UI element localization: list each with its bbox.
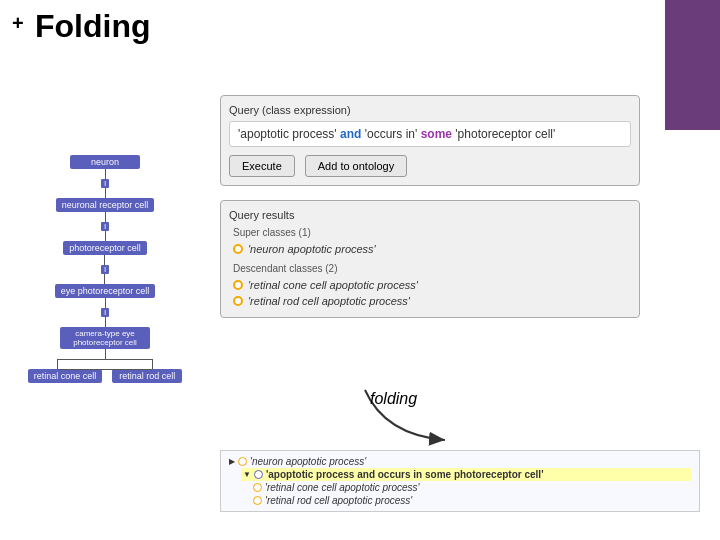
- query-text-some: some: [421, 127, 452, 141]
- super-class-item: 'neuron apoptotic process': [229, 241, 631, 257]
- tree-node-eye-photoreceptor: eye photoreceptor cell I: [55, 284, 156, 327]
- tree-box-photoreceptor: photoreceptor cell: [63, 241, 147, 255]
- query-panel-label: Query (class expression): [229, 104, 631, 116]
- tree-box-neuronal-receptor: neuronal receptor cell: [56, 198, 155, 212]
- add-to-ontology-button[interactable]: Add to ontology: [305, 155, 407, 177]
- descendant-classes-label: Descendant classes (2): [229, 263, 631, 274]
- bottom-row-2: ▼ 'apoptotic process and occurs in some …: [241, 468, 691, 481]
- tree-box-retinal-cone: retinal cone cell: [28, 369, 103, 383]
- tree-node-neuronal-receptor: neuronal receptor cell I: [56, 198, 155, 241]
- tree-node-retinal-cone: retinal cone cell: [28, 369, 103, 383]
- bottom-text-1: 'neuron apoptotic process': [250, 456, 366, 467]
- tree-badge-2: I: [101, 222, 109, 231]
- results-panel: Query results Super classes (1) 'neuron …: [220, 200, 640, 318]
- page-title: Folding: [35, 8, 151, 45]
- triangle-right-1: ▶: [229, 457, 235, 466]
- query-buttons: Execute Add to ontology: [229, 155, 631, 177]
- plus-icon: +: [12, 12, 24, 35]
- descendant-item-2: 'retinal rod cell apoptotic process': [229, 293, 631, 309]
- tree-badge-4: I: [101, 308, 109, 317]
- tree-node-camera-type: camera-type eyephotoreceptor cell: [60, 327, 150, 349]
- ontology-tree: neuron I neuronal receptor cell I photor…: [25, 155, 185, 383]
- circle-blue-2: [254, 470, 263, 479]
- circle-yellow-1: [238, 457, 247, 466]
- bottom-row-3: 'retinal cone cell apoptotic process': [253, 481, 691, 494]
- query-expression-box: 'apoptotic process' and 'occurs in' some…: [229, 121, 631, 147]
- bottom-text-3: 'retinal cone cell apoptotic process': [265, 482, 419, 493]
- tree-box-eye-photoreceptor: eye photoreceptor cell: [55, 284, 156, 298]
- tree-connector-row: [25, 349, 185, 369]
- tree-box-retinal-rod: retinal rod cell: [112, 369, 182, 383]
- circle-yellow-4: [253, 496, 262, 505]
- super-classes-label: Super classes (1): [229, 227, 631, 238]
- tree-badge-3: I: [101, 265, 109, 274]
- descendant-circle-2: [233, 296, 243, 306]
- query-text-part1: 'apoptotic process': [238, 127, 337, 141]
- query-text-part2: 'occurs in': [365, 127, 418, 141]
- results-panel-label: Query results: [229, 209, 631, 221]
- tree-node-retinal-rod: retinal rod cell: [112, 369, 182, 383]
- descendant-text-1: 'retinal cone cell apoptotic process': [248, 279, 418, 291]
- tree-node-photoreceptor: photoreceptor cell I: [63, 241, 147, 284]
- query-text-part3: 'photoreceptor cell': [455, 127, 555, 141]
- bottom-text-2: 'apoptotic process and occurs in some ph…: [266, 469, 544, 480]
- purple-accent-rect: [665, 0, 720, 130]
- descendant-circle-1: [233, 280, 243, 290]
- tree-box-neuron: neuron: [70, 155, 140, 169]
- circle-yellow-3: [253, 483, 262, 492]
- super-class-text: 'neuron apoptotic process': [248, 243, 376, 255]
- triangle-down-2: ▼: [243, 470, 251, 479]
- tree-box-camera-type: camera-type eyephotoreceptor cell: [60, 327, 150, 349]
- bottom-tree-panel: ▶ 'neuron apoptotic process' ▼ 'apoptoti…: [220, 450, 700, 512]
- query-text-and: and: [340, 127, 361, 141]
- tree-badge-1: I: [101, 179, 109, 188]
- folding-label: folding: [370, 390, 417, 408]
- bottom-row-1: ▶ 'neuron apoptotic process': [229, 455, 691, 468]
- tree-node-neuron: neuron I: [70, 155, 140, 198]
- descendant-text-2: 'retinal rod cell apoptotic process': [248, 295, 410, 307]
- tree-bottom-row: retinal cone cell retinal rod cell: [28, 369, 183, 383]
- bottom-text-4: 'retinal rod cell apoptotic process': [265, 495, 412, 506]
- query-panel: Query (class expression) 'apoptotic proc…: [220, 95, 640, 186]
- super-class-circle: [233, 244, 243, 254]
- descendant-item-1: 'retinal cone cell apoptotic process': [229, 277, 631, 293]
- execute-button[interactable]: Execute: [229, 155, 295, 177]
- bottom-row-4: 'retinal rod cell apoptotic process': [253, 494, 691, 507]
